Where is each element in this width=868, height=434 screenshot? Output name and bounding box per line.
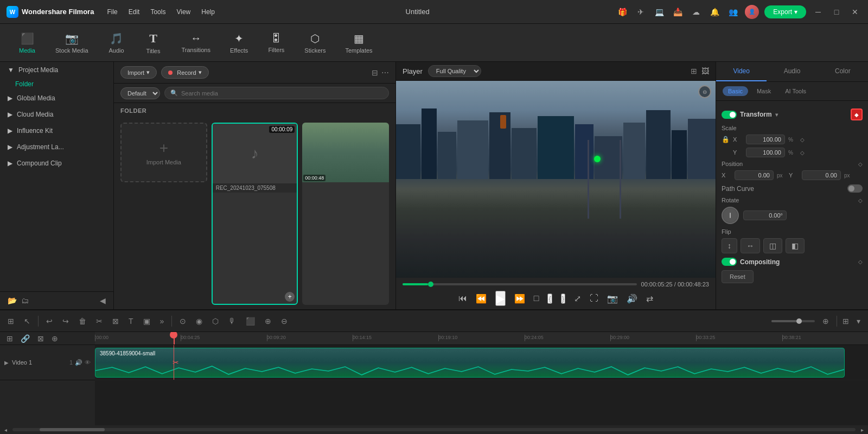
gift-icon[interactable]: 🎁 (616, 5, 629, 18)
export-button[interactable]: Export ▾ (764, 5, 806, 18)
more-button[interactable]: ⇄ (646, 293, 653, 304)
transform-expand-icon[interactable]: ▾ (775, 112, 778, 118)
compositing-keyframe-icon[interactable]: ◇ (858, 259, 863, 265)
tl-redo-icon[interactable]: ↪ (60, 315, 71, 328)
filter-sort-icon[interactable]: ⊟ (372, 68, 378, 77)
out-point-button[interactable]: } (561, 293, 565, 304)
search-input[interactable] (181, 90, 383, 97)
flip-h2-button[interactable]: ◫ (763, 238, 782, 253)
audio-add-icon[interactable]: + (285, 292, 295, 302)
tl-add-layer-icon[interactable]: ⊞ (4, 332, 15, 345)
collapse-panel-icon[interactable]: ◀ (100, 296, 106, 305)
import-media-placeholder[interactable]: + Import Media (120, 123, 207, 182)
flip-horizontal-button[interactable]: ↕ (722, 238, 737, 253)
scale-x-keyframe-icon[interactable]: ◇ (800, 137, 805, 143)
user-avatar[interactable]: 👤 (745, 5, 759, 19)
transform-keyframe-button[interactable]: ◆ (851, 108, 863, 120)
sidebar-item-cloud-media[interactable]: ▶ Cloud Media (0, 106, 113, 123)
toolbar-audio[interactable]: 🎵 Audio (100, 29, 133, 57)
fullscreen-button[interactable]: ⛶ (590, 293, 598, 303)
sidebar-item-global-media[interactable]: ▶ Global Media (0, 90, 113, 106)
menu-tools[interactable]: Tools (146, 6, 170, 18)
tl-scroll-track[interactable] (12, 428, 856, 431)
skip-back-button[interactable]: ⏮ (458, 293, 467, 303)
toolbar-filters[interactable]: 🎛 Filters (260, 29, 292, 56)
maximize-icon[interactable]: □ (830, 5, 843, 18)
menu-file[interactable]: File (103, 6, 122, 18)
sidebar-item-compound-clip[interactable]: ▶ Compound Clip (0, 155, 113, 171)
sub-tab-mask[interactable]: Mask (751, 86, 776, 96)
tl-clip[interactable]: 38590-41859004-small (95, 348, 845, 378)
tl-chevron-icon[interactable]: ▾ (854, 315, 863, 328)
progress-track[interactable] (403, 283, 637, 285)
path-curve-toggle[interactable] (847, 184, 863, 193)
toolbar-stickers[interactable]: ⬡ Stickers (297, 29, 333, 57)
media-item-video[interactable]: 00:00:48 (302, 123, 389, 305)
toolbar-titles[interactable]: T Titles (137, 28, 170, 58)
folder-select[interactable]: Default (120, 87, 160, 99)
tl-circle-icon[interactable]: ◉ (194, 315, 205, 328)
tl-speaker-icon[interactable]: 🔊 (75, 359, 82, 366)
lock-scale-icon[interactable]: 🔒 (722, 136, 730, 143)
transform-toggle[interactable] (722, 111, 737, 119)
sidebar-item-adjustment[interactable]: ▶ Adjustment La... (0, 139, 113, 155)
rotate-dial[interactable] (722, 207, 739, 224)
tl-link-icon[interactable]: 🔗 (18, 332, 32, 345)
tl-trim-icon[interactable]: ⊠ (110, 315, 121, 328)
toolbar-stock[interactable]: 📷 Stock Media (48, 29, 96, 57)
scale-x-input[interactable] (746, 135, 785, 144)
bell-icon[interactable]: 🔔 (708, 5, 721, 18)
tl-multi-icon[interactable]: ⊕ (49, 332, 60, 345)
tl-zoom-in-icon[interactable]: ⊕ (820, 315, 831, 328)
menu-view[interactable]: View (172, 6, 195, 18)
flip-vertical-button[interactable]: ↔ (741, 238, 760, 253)
step-back-button[interactable]: ⏪ (476, 293, 487, 304)
people-icon[interactable]: 👥 (726, 5, 739, 18)
tl-pointer-icon[interactable]: ↖ (22, 315, 33, 328)
sub-tab-ai-tools[interactable]: AI Tools (780, 86, 812, 96)
loop-button[interactable]: □ (534, 293, 539, 303)
toolbar-effects[interactable]: ✦ Effects (222, 29, 256, 57)
tab-audio[interactable]: Audio (767, 62, 817, 81)
toolbar-media[interactable]: ⬛ Media (11, 29, 43, 57)
record-button[interactable]: Record ▾ (161, 66, 208, 79)
position-y-input[interactable] (802, 170, 841, 180)
rotate-input[interactable] (743, 210, 787, 220)
scale-y-keyframe-icon[interactable]: ◇ (800, 150, 805, 156)
tl-append-icon[interactable]: ⬛ (244, 315, 257, 328)
search-box[interactable]: 🔍 (164, 87, 389, 99)
range-button[interactable]: ⤢ (574, 293, 581, 304)
quality-select[interactable]: Full Quality (428, 65, 481, 77)
add-folder-icon[interactable]: 📂 (8, 296, 17, 305)
sub-tab-basic[interactable]: Basic (723, 86, 748, 96)
tab-color[interactable]: Color (818, 62, 868, 81)
zoom-track[interactable] (771, 320, 815, 322)
camera-button[interactable]: 📷 (607, 293, 618, 304)
screen-icon[interactable]: 💻 (653, 5, 666, 18)
tl-crop-icon[interactable]: ▣ (141, 315, 152, 328)
new-folder-icon[interactable]: 🗂 (21, 296, 29, 305)
tl-text-icon[interactable]: T (126, 315, 136, 328)
rotate-keyframe-icon[interactable]: ◇ (858, 197, 863, 203)
tl-mic-icon[interactable]: 🎙 (226, 315, 238, 328)
tl-scissors-icon[interactable]: ✂ (94, 315, 105, 328)
cloud-upload-icon[interactable]: ☁ (690, 5, 703, 18)
toolbar-templates[interactable]: ▦ Templates (337, 29, 380, 57)
scale-y-input[interactable] (746, 148, 785, 157)
position-x-input[interactable] (735, 170, 774, 180)
step-forward-button[interactable]: ⏩ (514, 293, 525, 304)
volume-button[interactable]: 🔊 (627, 293, 637, 304)
tl-undo-icon[interactable]: ↩ (44, 315, 55, 328)
import-button[interactable]: Import ▾ (120, 66, 157, 79)
tl-add-track-icon[interactable]: ⊞ (5, 315, 16, 328)
reset-button[interactable]: Reset (722, 270, 754, 283)
toolbar-transitions[interactable]: ↔ Transitions (174, 29, 218, 56)
tl-shield-icon[interactable]: ⬡ (210, 315, 221, 328)
tab-video[interactable]: Video (716, 62, 767, 81)
sidebar-item-project-media[interactable]: ▼ Project Media (0, 62, 113, 78)
grid-view-icon[interactable]: ⊞ (691, 67, 697, 75)
cloud-download-icon[interactable]: 📥 (671, 5, 684, 18)
media-item-audio[interactable]: ♪ 00:00:09 + REC_20241023_075508 (212, 123, 298, 305)
tl-more-icon[interactable]: » (158, 315, 167, 328)
tl-zoom-out-icon[interactable]: ⊖ (279, 315, 290, 328)
